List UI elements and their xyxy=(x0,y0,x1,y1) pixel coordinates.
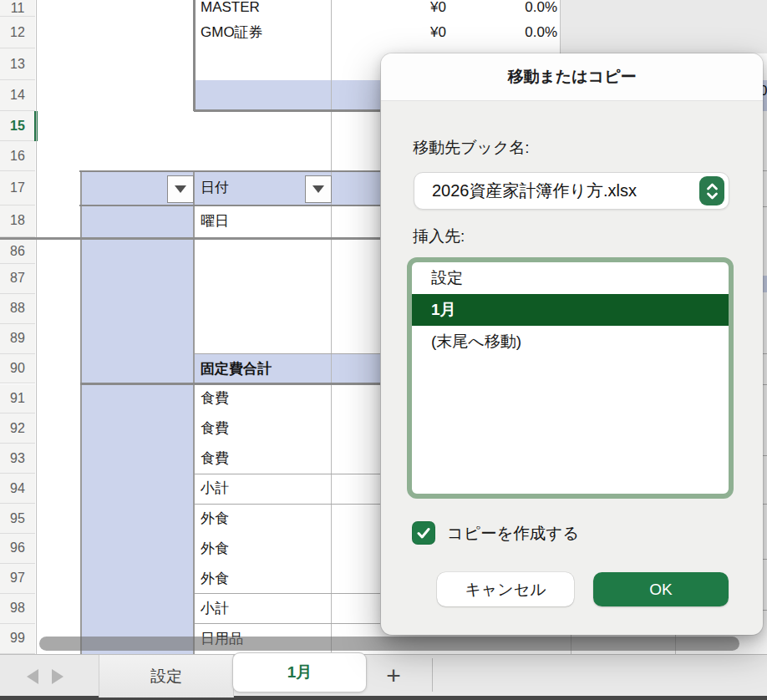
row-header-12[interactable]: 12 xyxy=(0,17,35,48)
create-copy-label: コピーを作成する xyxy=(447,522,579,545)
row-header-97[interactable]: 97 xyxy=(0,564,35,594)
move-or-copy-dialog: 移動またはコピー 移動先ブック名: 2026資産家計簿作り方.xlsx 挿入先:… xyxy=(381,53,763,635)
gridline-7 xyxy=(79,170,381,173)
workbook-label: 移動先ブック名: xyxy=(413,137,530,159)
row-header-17[interactable]: 17 xyxy=(0,171,35,205)
row-header-89[interactable]: 89 xyxy=(0,324,35,354)
row-header-90[interactable]: 90 xyxy=(0,354,35,384)
cell-C96[interactable]: 外食 xyxy=(201,540,326,558)
dialog-title: 移動またはコピー xyxy=(381,53,763,101)
sheet-list[interactable]: 設定1月(末尾へ移動) xyxy=(407,257,734,499)
add-sheet-button[interactable]: + xyxy=(378,655,409,697)
row-header-98[interactable]: 98 xyxy=(0,594,35,624)
gridline-5 xyxy=(80,170,82,654)
row-header-16[interactable]: 16 xyxy=(0,141,35,171)
row-header-88[interactable]: 88 xyxy=(0,294,35,324)
row-header-99[interactable]: 99 xyxy=(0,624,35,654)
workbook-select[interactable]: 2026資産家計簿作り方.xlsx xyxy=(414,172,729,210)
filter-dropdown-icon xyxy=(175,185,186,193)
gridline-3 xyxy=(193,0,196,111)
cell-C92[interactable]: 食費 xyxy=(201,419,326,438)
create-copy-checkbox[interactable] xyxy=(412,521,435,545)
row-header-11[interactable]: 11 xyxy=(0,0,35,17)
cell-C18[interactable]: 曜日 xyxy=(201,212,326,231)
row-header-14[interactable]: 14 xyxy=(0,80,35,111)
tab-1gatsu-active[interactable]: 1月 xyxy=(232,652,367,692)
sliver-gridline-2 xyxy=(763,353,767,354)
row14-highlight-band xyxy=(195,80,380,111)
sliver-gridline-5 xyxy=(763,504,767,505)
cell-C94[interactable]: 小計 xyxy=(201,479,326,498)
gridline-13 xyxy=(195,593,380,594)
row-header-86[interactable]: 86 xyxy=(0,240,35,264)
ok-button[interactable]: OK xyxy=(593,572,729,606)
sliver-gridline-0 xyxy=(763,170,767,171)
cell-C98[interactable]: 小計 xyxy=(201,600,326,618)
cell-D11[interactable]: ¥0 xyxy=(331,0,446,17)
create-copy-row[interactable]: コピーを作成する xyxy=(412,520,579,546)
sliver-gridline-4 xyxy=(763,455,767,456)
cell-C17[interactable]: 日付 xyxy=(201,179,326,197)
gridline-9 xyxy=(195,353,380,354)
sliver-lavender-2 xyxy=(763,276,767,292)
row-header-93[interactable]: 93 xyxy=(0,444,35,474)
row-header-15[interactable]: 15 xyxy=(0,111,35,141)
gridline-11 xyxy=(195,474,380,474)
gridline-2 xyxy=(560,0,561,53)
row-header-94[interactable]: 94 xyxy=(0,474,35,504)
cell-C90[interactable]: 固定費合計 xyxy=(201,360,326,378)
gridline-6 xyxy=(193,170,195,654)
next-sheet-arrow-icon[interactable] xyxy=(52,669,63,684)
sliver-gridline-6 xyxy=(763,559,767,560)
column-b-highlight-band xyxy=(80,171,194,654)
row-header-95[interactable]: 95 xyxy=(0,504,35,534)
prev-sheet-arrow-icon[interactable] xyxy=(27,669,38,684)
gridline-8 xyxy=(79,205,381,207)
row-header-92[interactable]: 92 xyxy=(0,413,35,444)
gridline-14 xyxy=(195,623,380,624)
gridline-12 xyxy=(195,504,380,505)
row-header-87[interactable]: 87 xyxy=(0,264,35,294)
cell-C91[interactable]: 食費 xyxy=(201,389,326,408)
gridline-17 xyxy=(0,237,380,240)
cell-C12[interactable]: GMO証券 xyxy=(201,23,326,42)
sheet-list-item-2[interactable]: (末尾へ移動) xyxy=(412,326,729,358)
workbook-select-value: 2026資産家計簿作り方.xlsx xyxy=(432,173,637,209)
sheet-list-item-1-selected[interactable]: 1月 xyxy=(412,294,729,326)
cell-E11[interactable]: 0.0% xyxy=(446,0,557,17)
cell-D12[interactable]: ¥0 xyxy=(331,23,446,42)
cell-C11[interactable]: MASTER xyxy=(201,0,326,17)
horizontal-scrollbar[interactable] xyxy=(39,637,739,651)
sliver-gridline-7 xyxy=(763,610,767,611)
cell-E12[interactable]: 0.0% xyxy=(446,23,557,42)
sliver-gridline-3 xyxy=(763,384,767,385)
row-header-91[interactable]: 91 xyxy=(0,384,35,414)
sheet-list-item-0[interactable]: 設定 xyxy=(412,262,729,294)
gridline-0 xyxy=(36,0,37,654)
row-header-18[interactable]: 18 xyxy=(0,205,35,238)
out-of-range-area xyxy=(560,0,767,53)
cell-C95[interactable]: 外食 xyxy=(201,510,326,528)
gridline-4 xyxy=(194,109,380,112)
cancel-button[interactable]: キャンセル xyxy=(437,572,574,606)
filter-button-col-b[interactable] xyxy=(167,175,194,203)
excel-window: 1112131415161718868788899091929394959697… xyxy=(0,0,767,700)
row-header-96[interactable]: 96 xyxy=(0,534,35,564)
gridline-10 xyxy=(80,383,380,385)
tab-settei[interactable]: 設定 xyxy=(99,655,234,697)
insert-before-label: 挿入先: xyxy=(413,226,465,247)
gridline-1 xyxy=(331,0,332,654)
tab-bar-divider xyxy=(432,658,433,692)
stepper-icon[interactable] xyxy=(699,176,724,205)
cell-C97[interactable]: 外食 xyxy=(201,570,326,588)
cell-C93[interactable]: 食費 xyxy=(201,449,326,468)
row-header-13[interactable]: 13 xyxy=(0,48,35,80)
sliver-gridline-1 xyxy=(763,206,767,207)
